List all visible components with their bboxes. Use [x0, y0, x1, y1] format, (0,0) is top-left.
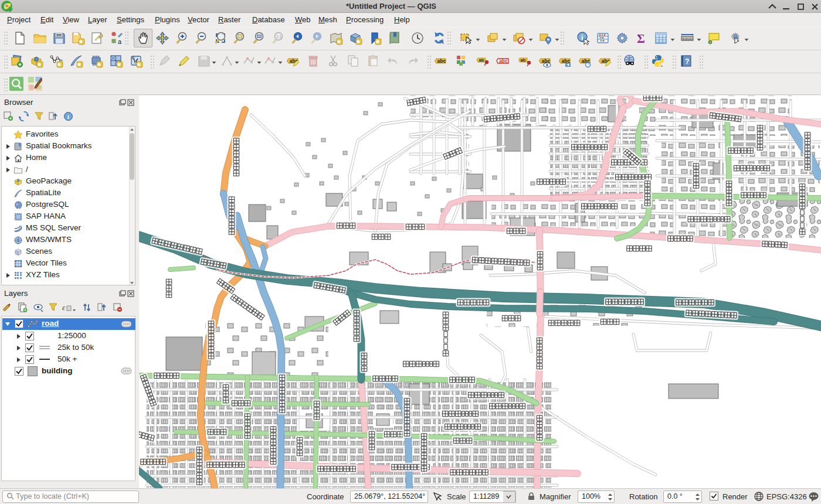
svg-text:Σ: Σ: [637, 32, 645, 45]
svg-text:ab: ab: [521, 57, 526, 63]
svg-text:a: a: [118, 38, 122, 45]
svg-text:abc: abc: [437, 58, 446, 64]
svg-text:abc: abc: [499, 58, 508, 64]
svg-text:1:1: 1:1: [276, 35, 281, 39]
svg-text:?: ?: [685, 57, 689, 66]
svg-text:ε: ε: [62, 303, 66, 312]
svg-text:i: i: [67, 114, 69, 120]
svg-text:ab: ab: [479, 57, 484, 63]
